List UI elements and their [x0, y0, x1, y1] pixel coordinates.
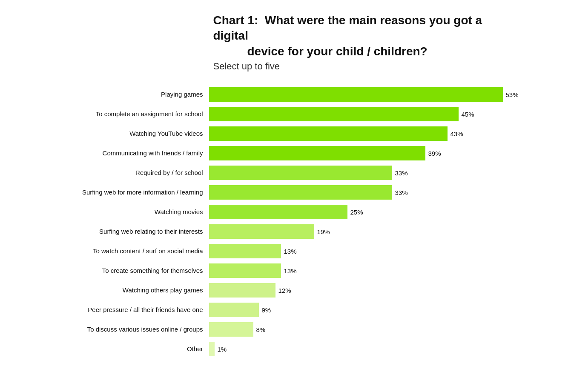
- chart-title: Chart 1: What were the main reasons you …: [52, 13, 520, 72]
- bar-label: Playing games: [52, 91, 209, 98]
- bar-label: To watch content / surf on social media: [52, 247, 209, 255]
- bar-fill: [209, 146, 425, 160]
- bar-row: Watching others play games12%: [52, 280, 520, 300]
- bar-label: To discuss various issues online / group…: [52, 326, 209, 333]
- bar-pct-label: 53%: [506, 91, 519, 98]
- chart-subtitle: Select up to five: [213, 61, 520, 72]
- bar-pct-label: 39%: [428, 150, 441, 157]
- bar-pct-label: 1%: [218, 346, 227, 353]
- bar-track: 12%: [209, 283, 520, 298]
- bar-track: 1%: [209, 342, 520, 356]
- bar-label: Watching movies: [52, 208, 209, 216]
- bar-row: To complete an assignment for school45%: [52, 104, 520, 124]
- bar-pct-label: 25%: [350, 209, 363, 216]
- bar-label: Surfing web for more information / learn…: [52, 189, 209, 196]
- bar-track: 33%: [209, 166, 520, 180]
- bar-label: Watching others play games: [52, 286, 209, 294]
- bar-pct-label: 12%: [278, 287, 291, 294]
- bar-fill: [209, 263, 281, 278]
- bar-row: Other1%: [52, 339, 520, 359]
- bar-pct-label: 9%: [262, 306, 271, 314]
- bar-track: 33%: [209, 185, 520, 200]
- bar-track: 43%: [209, 126, 520, 141]
- bar-label: Peer pressure / all their friends have o…: [52, 306, 209, 314]
- bar-row: Surfing web for more information / learn…: [52, 183, 520, 202]
- bar-pct-label: 8%: [256, 326, 266, 333]
- bar-pct-label: 13%: [284, 248, 297, 255]
- bar-label: Communicating with friends / family: [52, 149, 209, 157]
- bar-pct-label: 33%: [395, 189, 408, 196]
- bar-label: Required by / for school: [52, 169, 209, 177]
- bar-row: To watch content / surf on social media1…: [52, 241, 520, 261]
- bar-row: Communicating with friends / family39%: [52, 143, 520, 163]
- bar-pct-label: 45%: [462, 111, 474, 118]
- chart-label: Chart 1:: [213, 14, 258, 27]
- chart-container: Chart 1: What were the main reasons you …: [52, 13, 520, 359]
- bar-track: 13%: [209, 244, 520, 258]
- bar-pct-label: 33%: [395, 169, 408, 177]
- chart-title-text: Chart 1: What were the main reasons you …: [213, 13, 520, 59]
- bar-row: Playing games53%: [52, 85, 520, 104]
- bar-fill: [209, 322, 253, 337]
- bar-row: Peer pressure / all their friends have o…: [52, 300, 520, 320]
- bar-row: Watching movies25%: [52, 202, 520, 222]
- bar-row: To discuss various issues online / group…: [52, 320, 520, 339]
- bar-label: Watching YouTube videos: [52, 130, 209, 137]
- bar-pct-label: 43%: [450, 130, 463, 137]
- bar-fill: [209, 166, 392, 180]
- bar-fill: [209, 185, 392, 200]
- bar-label: Other: [52, 345, 209, 353]
- bar-pct-label: 19%: [317, 228, 330, 235]
- bar-fill: [209, 205, 347, 219]
- bar-track: 19%: [209, 224, 520, 239]
- bar-fill: [209, 107, 459, 121]
- bar-fill: [209, 342, 215, 356]
- bar-fill: [209, 303, 259, 317]
- bar-row: Watching YouTube videos43%: [52, 124, 520, 143]
- bar-label: To create something for themselves: [52, 267, 209, 275]
- bar-label: To complete an assignment for school: [52, 110, 209, 118]
- bar-track: 53%: [209, 87, 520, 102]
- bar-track: 9%: [209, 303, 520, 317]
- bar-track: 13%: [209, 263, 520, 278]
- bar-fill: [209, 87, 503, 102]
- bar-fill: [209, 224, 314, 239]
- bar-track: 39%: [209, 146, 520, 160]
- bar-fill: [209, 126, 448, 141]
- bar-fill: [209, 283, 275, 298]
- bar-row: To create something for themselves13%: [52, 261, 520, 280]
- bar-label: Surfing web relating to their interests: [52, 228, 209, 235]
- bars-area: Playing games53%To complete an assignmen…: [52, 85, 520, 359]
- bar-row: Surfing web relating to their interests1…: [52, 222, 520, 241]
- bar-row: Required by / for school33%: [52, 163, 520, 183]
- bar-track: 8%: [209, 322, 520, 337]
- bar-track: 45%: [209, 107, 520, 121]
- bar-track: 25%: [209, 205, 520, 219]
- bar-pct-label: 13%: [284, 267, 297, 275]
- bar-fill: [209, 244, 281, 258]
